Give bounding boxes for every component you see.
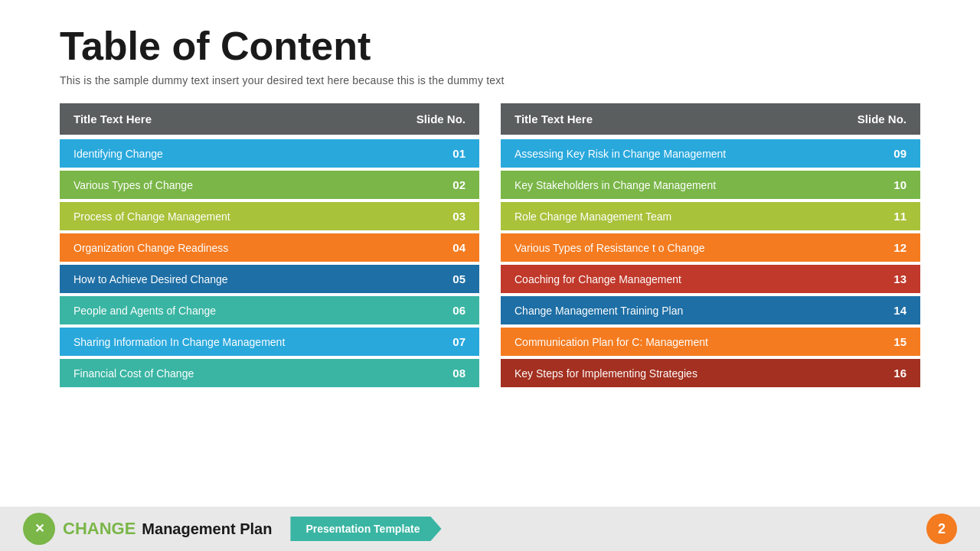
table-row[interactable]: Coaching for Change Management 13 <box>501 265 920 293</box>
row-number: 09 <box>885 147 906 160</box>
table-row[interactable]: Key Stakeholders in Change Management 10 <box>501 171 920 199</box>
table-row[interactable]: Change Management Training Plan 14 <box>501 296 920 324</box>
row-title: Identifying Change <box>74 148 444 160</box>
row-title: Change Management Training Plan <box>514 305 885 317</box>
table-row[interactable]: Various Types of Resistance t o Change 1… <box>501 233 920 262</box>
table-row[interactable]: Organization Change Readiness 04 <box>60 233 479 262</box>
row-number: 07 <box>444 335 466 348</box>
table-row[interactable]: How to Achieve Desired Change 05 <box>60 265 479 293</box>
footer-logo: ✕ <box>23 513 55 545</box>
left-table-header-title: Title Text Here <box>74 112 152 126</box>
table-row[interactable]: Sharing Information In Change Management… <box>60 328 479 356</box>
row-title: How to Achieve Desired Change <box>74 273 444 285</box>
row-number: 03 <box>444 210 466 223</box>
row-title: Communication Plan for C: Management <box>514 336 885 348</box>
row-number: 10 <box>885 178 906 191</box>
footer-template: Presentation Template <box>290 517 441 541</box>
row-number: 02 <box>444 178 466 191</box>
row-number: 12 <box>885 241 906 254</box>
table-row[interactable]: Various Types of Change 02 <box>60 171 479 199</box>
table-row[interactable]: Identifying Change 01 <box>60 139 479 168</box>
right-table-header-slide: Slide No. <box>858 112 906 126</box>
slide-container: Table of Content This is the sample dumm… <box>0 0 980 551</box>
row-title: Key Steps for Implementing Strategies <box>514 367 885 380</box>
row-title: Role Change Management Team <box>514 210 885 223</box>
page-subtitle: This is the sample dummy text insert you… <box>60 74 920 86</box>
footer-page-number: 2 <box>926 514 957 544</box>
row-title: Financial Cost of Change <box>74 367 444 380</box>
footer: ✕ CHANGE Management Plan Presentation Te… <box>0 507 980 551</box>
row-number: 14 <box>885 304 906 317</box>
table-row[interactable]: Financial Cost of Change 08 <box>60 359 479 387</box>
table-row[interactable]: People and Agents of Change 06 <box>60 296 479 324</box>
table-row[interactable]: Role Change Management Team 11 <box>501 202 920 230</box>
row-title: Assessing Key Risk in Change Management <box>514 148 885 160</box>
row-title: Organization Change Readiness <box>74 242 444 254</box>
table-row[interactable]: Assessing Key Risk in Change Management … <box>501 139 920 168</box>
svg-text:✕: ✕ <box>34 522 44 535</box>
row-number: 15 <box>885 335 906 348</box>
row-number: 13 <box>885 272 906 285</box>
table-row[interactable]: Process of Change Management 03 <box>60 202 479 230</box>
row-number: 16 <box>885 367 906 380</box>
row-number: 04 <box>444 241 466 254</box>
row-number: 01 <box>444 147 466 160</box>
table-row[interactable]: Communication Plan for C: Management 15 <box>501 328 920 356</box>
right-table: Title Text Here Slide No. Assessing Key … <box>501 103 920 499</box>
content-area: Title Text Here Slide No. Identifying Ch… <box>0 96 980 507</box>
row-title: Sharing Information In Change Management <box>74 336 444 348</box>
row-number: 06 <box>444 304 466 317</box>
left-table-header: Title Text Here Slide No. <box>60 103 479 135</box>
row-number: 11 <box>885 210 906 223</box>
right-rows: Assessing Key Risk in Change Management … <box>501 139 920 390</box>
right-table-header: Title Text Here Slide No. <box>501 103 920 135</box>
left-table-header-slide: Slide No. <box>416 112 466 126</box>
left-table: Title Text Here Slide No. Identifying Ch… <box>60 103 479 499</box>
footer-brand-highlight: CHANGE <box>63 519 136 539</box>
row-title: Process of Change Management <box>74 210 444 223</box>
table-row[interactable]: Key Steps for Implementing Strategies 16 <box>501 359 920 387</box>
footer-brand-rest: Management Plan <box>142 520 272 538</box>
page-title: Table of Content <box>60 24 920 68</box>
row-number: 08 <box>444 367 466 380</box>
row-number: 05 <box>444 272 466 285</box>
left-rows: Identifying Change 01 Various Types of C… <box>60 139 479 390</box>
row-title: Various Types of Resistance t o Change <box>514 242 885 254</box>
row-title: Various Types of Change <box>74 179 444 191</box>
header: Table of Content This is the sample dumm… <box>0 0 980 96</box>
row-title: Key Stakeholders in Change Management <box>514 179 885 191</box>
right-table-header-title: Title Text Here <box>514 112 593 126</box>
row-title: Coaching for Change Management <box>514 273 885 285</box>
row-title: People and Agents of Change <box>74 305 444 317</box>
